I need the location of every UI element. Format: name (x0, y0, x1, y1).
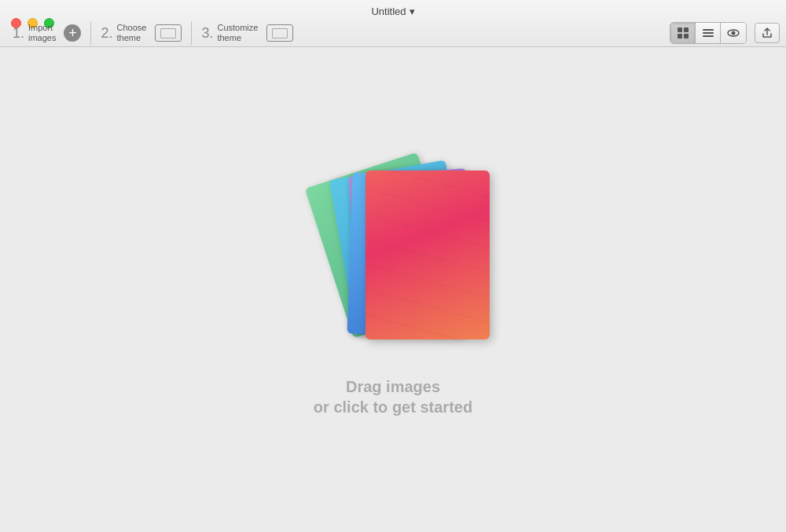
window-title: Untitled ▾ (371, 6, 414, 17)
window-title-chevron: ▾ (410, 6, 415, 17)
step3[interactable]: 3. Customize theme (195, 20, 299, 46)
list-icon (702, 27, 714, 39)
svg-point-8 (732, 31, 736, 35)
step2-label-theme: theme (117, 33, 147, 43)
step2-label-choose: Choose (117, 23, 147, 33)
svg-rect-1 (684, 28, 689, 32)
svg-rect-2 (678, 34, 682, 39)
step2[interactable]: 2. Choose theme (94, 20, 188, 46)
customize-theme-icon (266, 24, 293, 42)
drag-hint: Drag images or click to get started (314, 375, 472, 416)
add-images-button[interactable]: + (64, 24, 81, 42)
choose-theme-icon (155, 24, 182, 42)
grid-icon (677, 27, 689, 39)
svg-rect-0 (678, 28, 682, 32)
drag-hint-line2: or click to get started (314, 398, 472, 416)
eye-icon (727, 27, 740, 39)
svg-rect-4 (703, 29, 714, 31)
svg-rect-6 (703, 35, 714, 37)
step1-label-images: images (28, 33, 56, 43)
view-toggle-group (670, 22, 747, 44)
step-separator-1 (90, 21, 91, 45)
toolbar: 1. Import images + 2. Choose theme (0, 19, 786, 47)
drop-zone[interactable]: Drag images or click to get started (307, 163, 479, 416)
drag-hint-line1: Drag images (314, 375, 472, 398)
app-window: Untitled ▾ 1. Import images + 2. Choose … (0, 0, 786, 532)
titlebar: Untitled ▾ 1. Import images + 2. Choose … (0, 0, 786, 47)
preview-button[interactable] (721, 23, 746, 43)
cards-illustration (307, 163, 479, 351)
step2-number: 2. (101, 26, 112, 40)
svg-rect-5 (703, 32, 714, 34)
list-view-button[interactable] (696, 23, 721, 43)
window-title-text: Untitled (371, 6, 406, 17)
step-separator-2 (191, 21, 192, 45)
step1-number: 1. (13, 26, 24, 40)
share-icon (762, 28, 773, 39)
step3-label-customize: Customize (217, 23, 258, 33)
toolbar-right-buttons (670, 22, 780, 44)
share-button[interactable] (755, 23, 780, 43)
step1-label-import: Import (28, 23, 56, 33)
svg-rect-3 (684, 34, 689, 39)
grid-view-button[interactable] (670, 23, 696, 43)
card-red-front (365, 171, 490, 339)
step3-number: 3. (201, 26, 213, 40)
main-content[interactable]: Drag images or click to get started (0, 47, 786, 532)
step3-label-theme: theme (217, 33, 258, 43)
step1[interactable]: 1. Import images + (6, 20, 87, 46)
